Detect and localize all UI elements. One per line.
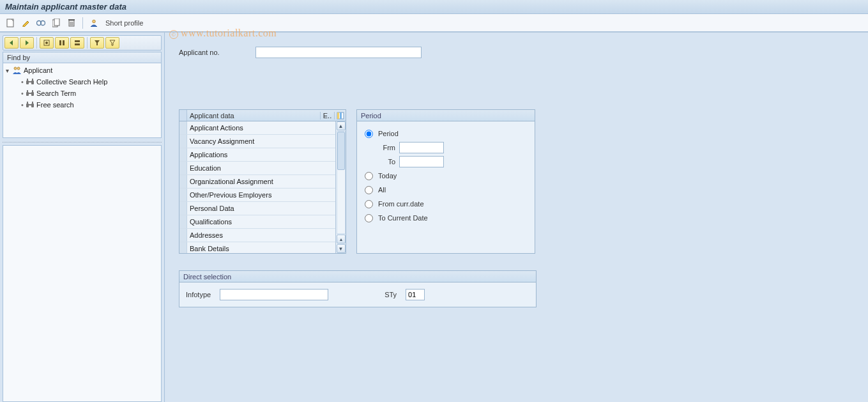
direct-title: Direct selection	[179, 271, 536, 282]
svg-rect-36	[340, 112, 342, 119]
svg-rect-15	[75, 40, 80, 42]
left-panel: Find by ▾ Applicant • Collective Search …	[0, 33, 165, 402]
svg-point-18	[17, 67, 20, 70]
list-header: Applicant data E..	[179, 110, 346, 121]
window-title: Maintain applicant master data	[0, 0, 868, 14]
radio-today-input[interactable]	[365, 172, 373, 180]
svg-rect-19	[26, 81, 29, 84]
scroll-up-icon[interactable]: ▲	[337, 121, 346, 130]
svg-rect-26	[29, 93, 31, 94]
svg-rect-25	[31, 92, 34, 96]
list-scrollbar[interactable]: ▲ ▴ ▼	[335, 121, 346, 253]
svg-point-17	[14, 67, 17, 70]
tree-child-collective[interactable]: • Collective Search Help	[3, 76, 161, 88]
applicant-no-input[interactable]	[255, 47, 422, 58]
sty-input[interactable]	[406, 289, 425, 300]
svg-rect-13	[59, 40, 61, 45]
nav-filter1-icon[interactable]	[90, 37, 104, 49]
nav-toolbar	[3, 35, 162, 50]
tree-child-searchterm[interactable]: • Search Term	[3, 88, 161, 99]
configure-columns-icon[interactable]	[334, 112, 346, 120]
applicant-data-list: Applicant data E.. Applicant Actions Vac…	[179, 109, 346, 254]
binoculars-icon	[25, 89, 35, 98]
sty-label: STy	[385, 291, 397, 298]
radio-period-input[interactable]	[365, 130, 373, 138]
svg-rect-16	[75, 43, 80, 45]
svg-rect-28	[32, 90, 33, 92]
binoculars-icon	[25, 100, 35, 109]
period-to-row: To	[379, 155, 527, 169]
tree-child-freesearch[interactable]: • Free search	[3, 99, 161, 111]
back-icon[interactable]	[4, 37, 19, 49]
list-header-title: Applicant data	[187, 112, 320, 120]
svg-rect-20	[31, 81, 34, 84]
radio-today[interactable]: Today	[365, 169, 527, 183]
svg-point-12	[45, 42, 48, 44]
tree-panel: ▾ Applicant • Collective Search Help • S…	[3, 63, 162, 138]
scroll-down-icon[interactable]: ▼	[337, 244, 346, 253]
to-label: To	[379, 158, 395, 166]
svg-rect-29	[26, 104, 29, 107]
collapse-icon[interactable]: ▾	[6, 67, 12, 74]
svg-rect-27	[27, 90, 28, 92]
nav-tool1-icon[interactable]	[40, 37, 54, 49]
list-item[interactable]: Applications	[179, 148, 346, 162]
frm-input[interactable]	[399, 142, 444, 153]
svg-rect-14	[63, 40, 65, 45]
short-profile-button[interactable]: Short profile	[103, 19, 146, 27]
radio-to-current[interactable]: To Current Date	[365, 211, 527, 225]
svg-rect-31	[29, 104, 31, 105]
left-bottom-panel	[3, 145, 162, 402]
frm-label: Frm	[379, 144, 395, 151]
nav-tool3-icon[interactable]	[70, 37, 84, 49]
tree-root-applicant[interactable]: ▾ Applicant	[3, 65, 161, 76]
direct-selection-groupbox: Direct selection Infotype STy	[179, 270, 537, 307]
radio-period[interactable]: Period	[365, 127, 527, 141]
toolbar-separator	[82, 17, 83, 29]
findby-header: Find by	[3, 52, 162, 63]
list-item[interactable]: Personal Data	[179, 202, 346, 215]
forward-icon[interactable]	[20, 37, 34, 49]
scroll-down-small-icon[interactable]: ▴	[337, 235, 346, 244]
list-item[interactable]: Vacancy Assignment	[179, 135, 346, 148]
infotype-label: Infotype	[186, 291, 211, 298]
radio-all-input[interactable]	[365, 186, 373, 194]
radio-all[interactable]: All	[365, 183, 527, 197]
tree-root-label: Applicant	[24, 66, 52, 74]
panel-divider	[3, 142, 162, 143]
radio-to-current-input[interactable]	[365, 214, 373, 222]
list-item[interactable]: Education	[179, 162, 346, 175]
list-item[interactable]: Applicant Actions	[179, 121, 346, 135]
period-title: Period	[357, 110, 535, 121]
svg-rect-9	[68, 19, 75, 20]
change-icon[interactable]	[19, 17, 32, 29]
period-groupbox: Period Period Frm To	[356, 109, 535, 254]
delete-icon[interactable]	[65, 17, 78, 29]
list-body: Applicant Actions Vacancy Assignment App…	[179, 121, 346, 253]
applicant-no-label: Applicant no.	[179, 49, 249, 56]
list-item[interactable]: Bank Details	[179, 242, 346, 253]
create-icon[interactable]	[4, 17, 17, 29]
nav-tool2-icon[interactable]	[55, 37, 69, 49]
list-item[interactable]: Other/Previous Employers	[179, 189, 346, 202]
svg-point-10	[93, 20, 96, 23]
list-item[interactable]: Organizational Assignment	[179, 175, 346, 189]
applicant-group-icon	[12, 66, 22, 75]
radio-from-curr-input[interactable]	[365, 200, 373, 208]
svg-rect-4	[54, 19, 59, 26]
svg-rect-22	[27, 79, 28, 81]
list-header-e: E..	[320, 112, 334, 120]
nav-filter2-icon[interactable]	[105, 37, 119, 49]
main-toolbar: Short profile	[0, 14, 868, 32]
display-icon[interactable]	[34, 17, 47, 29]
svg-rect-21	[29, 81, 31, 82]
person-icon[interactable]	[88, 17, 100, 29]
to-input[interactable]	[399, 156, 444, 167]
svg-rect-30	[31, 104, 34, 107]
svg-rect-35	[337, 112, 339, 119]
radio-from-curr[interactable]: From curr.date	[365, 197, 527, 211]
list-item[interactable]: Qualifications	[179, 215, 346, 229]
list-item[interactable]: Addresses	[179, 229, 346, 242]
copy-icon[interactable]	[50, 17, 63, 29]
infotype-input[interactable]	[220, 289, 328, 300]
